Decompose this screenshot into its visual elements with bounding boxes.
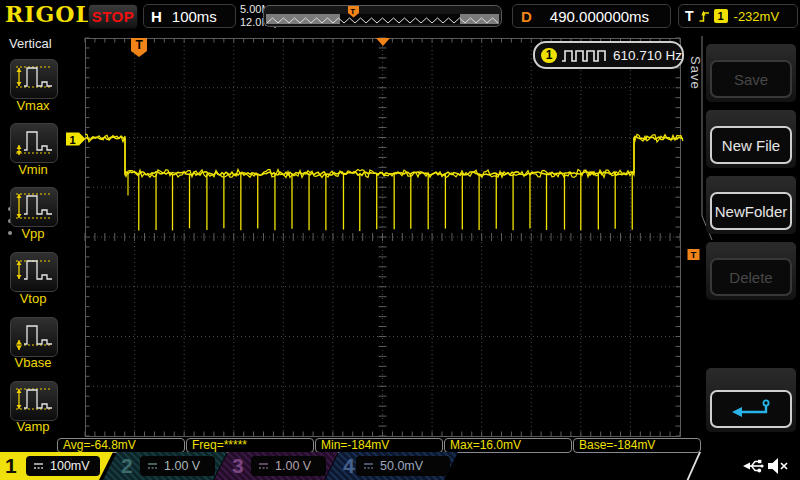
channel-2-scale-box: 1.00 V [140, 456, 215, 476]
vmax-label: Vmax [0, 98, 66, 113]
channel-4-number: 4 [343, 453, 355, 479]
measurement-min: Min=-184mV [315, 438, 443, 453]
vtop-icon [14, 253, 54, 291]
vmin-button[interactable] [10, 123, 58, 163]
new-folder-button[interactable]: NewFolder [710, 192, 792, 230]
delete-button[interactable]: Delete [710, 258, 792, 296]
trigger-label: T [685, 8, 694, 24]
dc-coupling-icon [363, 462, 374, 470]
vtop-label: Vtop [0, 291, 66, 306]
new-file-button[interactable]: New File [710, 126, 792, 164]
waveform-display: TT1 [66, 30, 700, 452]
menu-slot-delete: Delete [706, 242, 796, 300]
channel-3-tab[interactable]: 3 1.00 V [214, 452, 338, 480]
dc-coupling-icon [258, 462, 269, 470]
timebase-label: H [151, 8, 162, 25]
dc-coupling-icon [33, 462, 44, 470]
vbase-label: Vbase [0, 355, 66, 370]
vpp-icon [14, 188, 54, 226]
trigger-readout: T 1 -232mV [678, 4, 798, 28]
vbase-button[interactable] [10, 317, 58, 357]
speaker-muted-icon [766, 455, 790, 477]
channel-1-number: 1 [5, 453, 17, 479]
menu-slot-back [706, 368, 796, 432]
trigger-level-value: -232mV [734, 9, 780, 24]
vpp-label: Vpp [0, 226, 66, 241]
menu-slot-save: Save [706, 44, 796, 102]
delay-readout: D 490.000000ms [512, 4, 671, 28]
channel-1-scale-box: 100mV [26, 456, 100, 476]
channel-1-tab[interactable]: 1 100mV [0, 452, 113, 480]
vmin-icon [14, 124, 54, 162]
trigger-source-badge: 1 [714, 9, 728, 23]
channel-2-number: 2 [121, 453, 133, 479]
vtop-button[interactable] [10, 252, 58, 292]
channel-4-scale: 50.0mV [380, 459, 423, 473]
vmax-icon [14, 60, 54, 98]
frequency-counter-badge: 1 610.710 Hz [533, 41, 684, 69]
vbase-icon [14, 318, 54, 356]
measurement-max: Max=16.0mV [444, 438, 572, 453]
vamp-icon [14, 382, 54, 420]
rising-edge-icon [698, 9, 711, 24]
vamp-button[interactable] [10, 381, 58, 421]
vpp-button[interactable] [10, 187, 58, 227]
channel-3-number: 3 [232, 453, 244, 479]
return-arrow-icon [728, 398, 774, 420]
timebase-readout: H 100ms [143, 4, 236, 28]
measurement-freq: Freq=***** [186, 438, 314, 453]
left-menu-title: Vertical [9, 36, 52, 51]
svg-text:T: T [691, 249, 697, 260]
svg-text:1: 1 [70, 134, 76, 146]
freq-channel-badge: 1 [541, 48, 557, 63]
timebase-value: 100ms [172, 8, 217, 25]
delay-value: 490.000000ms [550, 8, 649, 25]
right-menu-tab-title: Save [688, 56, 703, 90]
channel-3-scale: 1.00 V [275, 459, 311, 473]
menu-slot-new-file: New File [706, 110, 796, 168]
footer-separator [687, 452, 713, 480]
channel-4-scale-box: 50.0mV [356, 456, 450, 476]
back-button[interactable] [710, 390, 792, 428]
vamp-label: Vamp [0, 419, 66, 434]
svg-text:T: T [136, 38, 144, 52]
horizontal-position-preview: T [263, 5, 502, 27]
measurement-base: Base=-184mV [573, 438, 701, 453]
dc-coupling-icon [147, 462, 158, 470]
run-state-badge: STOP [88, 4, 138, 29]
channel-1-scale: 100mV [50, 459, 90, 473]
channel-2-tab[interactable]: 2 1.00 V [103, 452, 227, 480]
oscilloscope-screen: RIGOL STOP H 100ms 5.00MSa/s 12.0M pts T… [0, 0, 800, 480]
svg-text:T: T [350, 7, 355, 16]
vmax-button[interactable] [10, 59, 58, 99]
channel-4-tab[interactable]: 4 50.0mV [325, 452, 458, 480]
rigol-logo: RIGOL [5, 1, 92, 27]
usb-icon [742, 456, 764, 476]
channel-2-scale: 1.00 V [164, 459, 200, 473]
freq-value: 610.710 Hz [613, 48, 682, 63]
delay-label: D [521, 8, 532, 25]
save-button[interactable]: Save [710, 60, 792, 98]
vmin-label: Vmin [0, 162, 66, 177]
square-wave-icon [561, 48, 607, 63]
measurement-avg: Avg=-64.8mV [57, 438, 185, 453]
channel-3-scale-box: 1.00 V [251, 456, 326, 476]
menu-slot-new-folder: NewFolder [706, 176, 796, 234]
